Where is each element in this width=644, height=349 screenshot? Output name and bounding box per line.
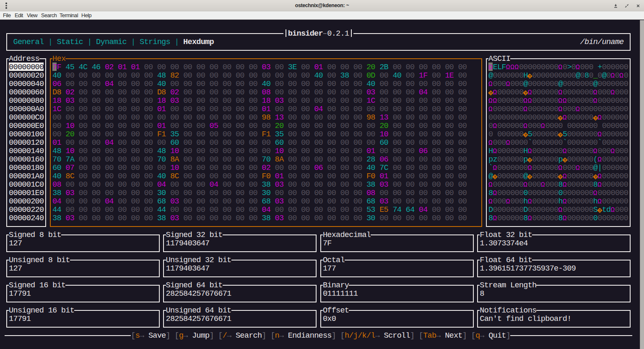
svg-text:?: ?	[599, 208, 601, 213]
svg-text:?: ?	[559, 175, 561, 179]
svg-text:?: ?	[594, 116, 596, 120]
svg-text:?: ?	[525, 133, 527, 137]
svg-text:?: ?	[529, 175, 531, 179]
svg-text:?: ?	[529, 158, 531, 162]
svg-text:?: ?	[559, 133, 561, 137]
svg-text:?: ?	[594, 175, 596, 179]
svg-text:?: ?	[490, 91, 492, 95]
svg-text:?: ?	[494, 175, 496, 179]
svg-text:?: ?	[525, 91, 527, 95]
svg-text:?: ?	[559, 116, 561, 120]
svg-text:?: ?	[529, 74, 531, 78]
svg-text:?: ?	[564, 158, 566, 162]
